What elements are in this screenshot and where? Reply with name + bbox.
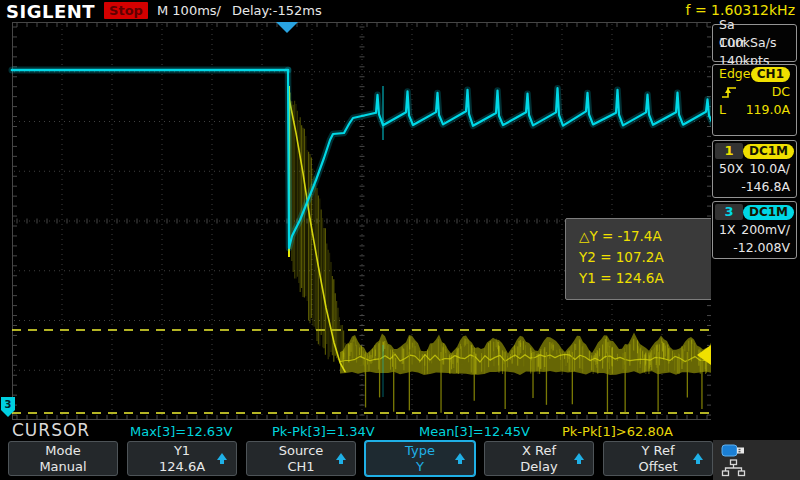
channel3-probe: 1X [719,221,736,239]
trigger-coupling: DC [772,83,790,101]
measurement-pkpk3: Pk-Pk[3]=1.34V [272,424,375,439]
softkey-source[interactable]: Source CH1 [246,441,356,476]
channel1-scale: 10.0A/ [749,160,790,178]
channel1-tab[interactable]: 1 [715,143,743,159]
memory-depth: Curr 140kpts [713,43,796,61]
trigger-delay-readout: Delay:-152ms [232,3,322,18]
trigger-level-label: L [719,101,726,119]
trigger-position-icon[interactable] [276,22,298,33]
trigger-panel[interactable]: Edge CH1 DC L 119.0A [712,64,797,136]
trigger-level-value: 119.0A [746,101,790,119]
brand-logo: SIGLENT [6,1,95,22]
up-arrow-icon [336,453,346,460]
rising-edge-icon [719,85,739,100]
channel3-coupling-badge: DC1M [743,205,794,220]
cursor-readout-box: △Y = -17.4A Y2 = 107.2A Y1 = 124.6A [565,218,716,300]
channel1-offset: -146.8A [741,178,790,196]
cursor-y1: Y1 = 124.6A [579,268,715,289]
softkey-xref[interactable]: X Ref Delay [484,441,594,476]
channel1-panel[interactable]: 1 DC1M 50X 10.0A/ -146.8A [712,140,797,198]
timebase-readout: M 100ms/ [157,3,221,18]
measurement-pkpk1: Pk-Pk[1]>62.80A [562,424,673,439]
acquisition-panel: Sa 100kSa/s Curr 140kpts [712,24,797,62]
channel3-position-label: 3 [5,399,12,410]
usb-icon [721,444,747,457]
channel1-probe: 50X [719,160,743,178]
up-arrow-icon [693,453,703,460]
channel3-panel[interactable]: 3 DC1M 1X 200mV/ -12.008V [712,201,797,259]
channel3-scale: 200mV/ [741,221,790,239]
softkey-mode[interactable]: Mode Manual [8,441,118,476]
up-arrow-icon [217,453,227,460]
channel1-coupling-badge: DC1M [743,144,794,159]
trigger-mode: Edge [719,65,750,83]
softkey-y1[interactable]: Y1 124.6A [127,441,237,476]
cursor-delta-y: △Y = -17.4A [579,226,715,247]
softkey-yref[interactable]: Y Ref Offset [603,441,713,476]
channel3-offset: -12.008V [733,239,790,257]
measurement-max3: Max[3]=12.63V [130,424,232,439]
cursor-y2: Y2 = 107.2A [579,247,715,268]
measurement-mean3: Mean[3]=12.45V [419,424,530,439]
menu-title: CURSOR [12,420,90,440]
up-arrow-icon [455,453,465,460]
softkey-type[interactable]: Type Y [365,441,475,476]
oscilloscope-screen: SIGLENT Stop M 100ms/ Delay:-152ms f = 1… [0,0,800,480]
channel3-tab[interactable]: 3 [715,204,743,220]
run-state-badge[interactable]: Stop [104,2,148,19]
sidebar: Sa 100kSa/s Curr 140kpts Edge CH1 DC L 1… [711,22,800,440]
up-arrow-icon [574,453,584,460]
status-icon-panel [713,440,800,480]
lan-icon [720,459,748,477]
trigger-source-badge[interactable]: CH1 [751,67,790,82]
